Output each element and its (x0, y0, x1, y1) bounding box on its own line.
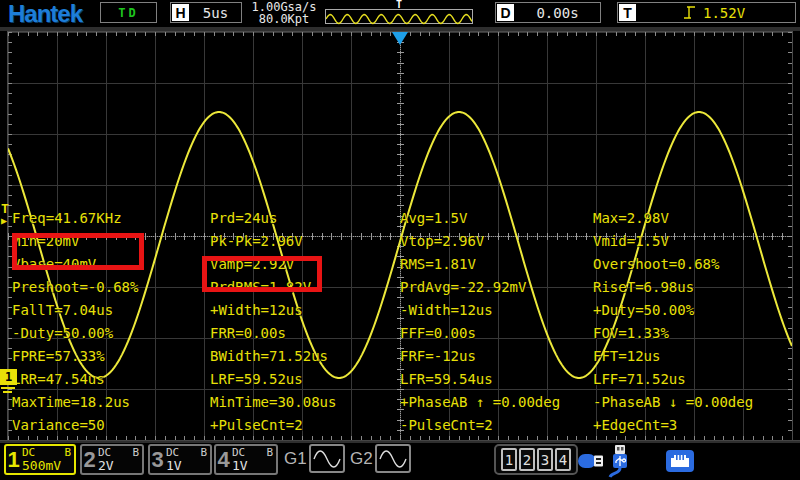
measurement-item: Variance=50 (12, 417, 105, 433)
generator-label: G2 (350, 449, 373, 469)
measurement-item: +EdgeCnt=3 (593, 417, 677, 433)
generator-g1[interactable]: G1 (284, 444, 345, 473)
ground-symbol-line (3, 391, 12, 393)
channel-coupling: DC (98, 447, 111, 458)
trigger-level-badge[interactable]: T 1.52V (617, 2, 796, 23)
channel-number: 4 (216, 446, 231, 473)
channel-bw-limit: B (132, 447, 139, 458)
digital-button-2[interactable]: 2 (519, 448, 535, 471)
usb-storage-icon (578, 452, 605, 470)
channel-coupling: DC (22, 447, 35, 458)
trigger-position-marker[interactable] (392, 32, 408, 45)
measurement-item: FallT=7.04us (12, 302, 113, 318)
scope-display: Freq=41.67KHzMin=20mVVbase=40mVPreshoot=… (8, 32, 792, 440)
measurement-item: LRF=59.52us (210, 371, 303, 387)
measurement-item: FPRE=57.33% (12, 348, 105, 364)
ground-symbol-line (1, 387, 15, 389)
channel-4-indicator[interactable]: 4 DCB 1V (214, 444, 278, 475)
measurement-item: Prd=24us (210, 210, 277, 226)
channel-bw-limit: B (200, 447, 207, 458)
channel-scale: 1V (232, 459, 273, 472)
digital-button-1[interactable]: 1 (501, 448, 517, 471)
measurement-item: Freq=41.67KHz (12, 210, 122, 226)
timebase-badge[interactable]: H 5us (170, 2, 242, 23)
digital-channel-buttons: 1 2 3 4 (494, 444, 578, 475)
trigger-level-arrow-icon: ▶ (1, 215, 9, 226)
sine-wave-icon (309, 444, 345, 473)
measurement-item: Overshoot=0.68% (593, 256, 719, 272)
measurement-item: FFT=12us (593, 348, 660, 364)
trigger-level-marker[interactable]: T ▶ (1, 203, 9, 226)
channel-number: 1 (6, 446, 21, 473)
measurement-item: Avg=1.5V (400, 210, 467, 226)
trigger-status-badge: TD (100, 2, 157, 23)
channel-scale: 1V (166, 459, 207, 472)
measurement-item: -PhaseAB ↓ =0.00deg (593, 394, 753, 410)
trigger-icon: T (619, 4, 636, 21)
top-status-bar: Hantek TD H 5us 1.00Gsa/s 80.0Kpt T D 0.… (0, 0, 800, 27)
trigger-level-letter: T (1, 201, 9, 216)
channel-number: 2 (82, 446, 97, 473)
measurement-item: Preshoot=-0.68% (12, 279, 138, 295)
measurement-item: PrdAvg=-22.92mV (400, 279, 526, 295)
channel-3-indicator[interactable]: 3 DCB 1V (148, 444, 212, 475)
waveform-preview[interactable] (325, 9, 473, 24)
bottom-status-bar: 1 DCB 500mV 2 DCB 2V 3 DCB 1V 4 DCB 1V G… (0, 443, 800, 480)
channel-scale: 500mV (22, 459, 71, 472)
horizontal-icon: H (172, 4, 189, 21)
channel-scale: 2V (98, 459, 139, 472)
measurement-item: Pk-Pk=2.96V (210, 233, 303, 249)
measurement-item: RMS=1.81V (400, 256, 476, 272)
measurement-item: -Width=12us (400, 302, 493, 318)
sine-wave-icon (375, 444, 411, 473)
channel-coupling: DC (232, 447, 245, 458)
trigger-status-text: TD (118, 6, 138, 20)
preview-sine-icon (326, 12, 472, 25)
trigger-level-value: 1.52V (703, 5, 795, 21)
timebase-value: 5us (190, 5, 241, 21)
digital-button-3[interactable]: 3 (537, 448, 553, 471)
measurement-item: LFF=71.52us (593, 371, 686, 387)
measurement-item: Vtop=2.96V (400, 233, 484, 249)
measurement-item: FRF=-12us (400, 348, 476, 364)
generator-label: G1 (284, 449, 307, 469)
measurement-item: LRR=47.54us (12, 371, 105, 387)
measurement-item: FRR=0.00s (210, 325, 286, 341)
brand-logo: Hantek (8, 0, 82, 28)
channel-bw-limit: B (266, 447, 273, 458)
ethernet-icon (666, 450, 694, 473)
generator-g2[interactable]: G2 (350, 444, 411, 473)
measurement-item: FFF=0.00s (400, 325, 476, 341)
channel-bw-limit: B (64, 447, 71, 458)
measurement-item: MaxTime=18.2us (12, 394, 130, 410)
highlight-box-pkpk (202, 256, 322, 292)
channel-coupling: DC (166, 447, 179, 458)
acquisition-info: 1.00Gsa/s 80.0Kpt (243, 1, 325, 25)
ch1-ground-label: 1 (0, 369, 17, 385)
delay-value: 0.00s (515, 5, 600, 21)
ch1-ground-marker[interactable]: 1 (0, 369, 17, 393)
memory-depth: 80.0Kpt (243, 13, 325, 25)
measurement-item: -PulseCnt=2 (400, 417, 493, 433)
measurement-item: MinTime=30.08us (210, 394, 336, 410)
measurement-item: Max=2.98V (593, 210, 669, 226)
measurement-item: +Width=12us (210, 302, 303, 318)
highlight-box-freq (12, 233, 144, 270)
measurement-item: Vmid=1.5V (593, 233, 669, 249)
measurement-item: FOV=1.33% (593, 325, 669, 341)
measurement-item: -Duty=50.00% (12, 325, 113, 341)
measurement-item: LFR=59.54us (400, 371, 493, 387)
measurement-item: +Duty=50.00% (593, 302, 694, 318)
channel-number: 3 (150, 446, 165, 473)
rising-edge-icon (683, 5, 697, 20)
measurement-item: +PhaseAB ↑ =0.00deg (400, 394, 560, 410)
delay-badge[interactable]: D 0.00s (495, 2, 601, 23)
channel-1-indicator[interactable]: 1 DCB 500mV (4, 444, 76, 475)
measurement-item: BWidth=71.52us (210, 348, 328, 364)
digital-button-4[interactable]: 4 (555, 448, 571, 471)
delay-icon: D (497, 4, 514, 21)
usb-connector-icon (608, 445, 632, 479)
channel-2-indicator[interactable]: 2 DCB 2V (80, 444, 144, 475)
measurement-item: +PulseCnt=2 (210, 417, 303, 433)
measurement-item: RiseT=6.98us (593, 279, 694, 295)
